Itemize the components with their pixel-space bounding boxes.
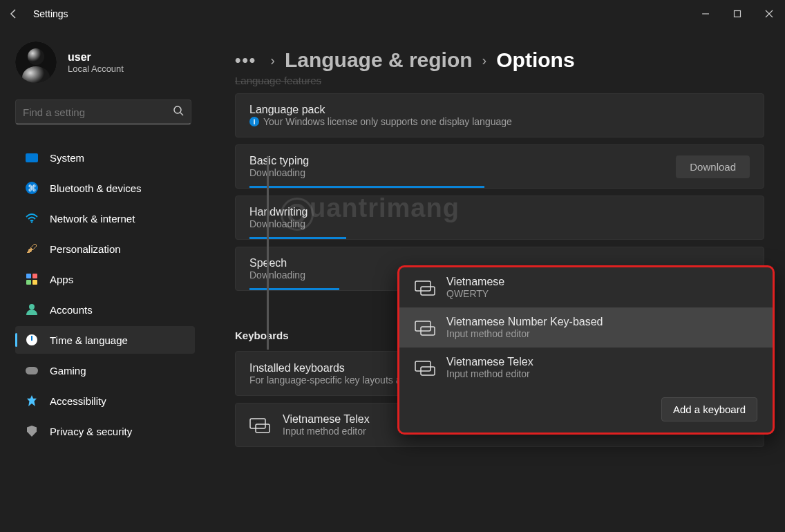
breadcrumb: ••• › Language & region › Options — [235, 48, 764, 72]
popup-item-title: Vietnamese Telex — [446, 356, 533, 368]
sidebar-item-personalization[interactable]: 🖌 Personalization — [15, 235, 195, 263]
clock-icon — [25, 333, 39, 347]
card-status: Downloading — [249, 167, 676, 178]
avatar — [15, 41, 57, 83]
chevron-right-icon: › — [482, 53, 487, 68]
sidebar-item-network[interactable]: Network & internet — [15, 205, 195, 232]
user-block[interactable]: user Local Account — [15, 41, 207, 83]
section-language-features: Language features — [235, 75, 764, 86]
card-note: Your Windows license only supports one d… — [263, 116, 512, 127]
user-subtitle: Local Account — [68, 64, 124, 74]
popup-item-vietnamese-number-key[interactable]: Vietnamese Number Key-based Input method… — [399, 307, 773, 348]
download-button[interactable]: Download — [676, 155, 750, 178]
popup-item-title: Vietnamese Number Key-based — [446, 316, 603, 328]
info-icon: i — [249, 117, 259, 126]
sidebar-item-gaming[interactable]: Gaming — [15, 357, 195, 384]
window-title: Settings — [33, 8, 68, 19]
svg-point-3 — [28, 48, 44, 65]
sidebar-item-accounts[interactable]: Accounts — [15, 296, 195, 323]
sidebar-item-accessibility[interactable]: Accessibility — [15, 387, 195, 415]
svg-point-7 — [31, 221, 32, 222]
search-box[interactable] — [15, 99, 191, 124]
sidebar-item-label: System — [50, 152, 84, 164]
card-language-pack[interactable]: Language pack i Your Windows license onl… — [235, 93, 764, 137]
svg-rect-17 — [415, 361, 431, 371]
brush-icon: 🖌 — [25, 242, 39, 256]
card-basic-typing[interactable]: Basic typing Downloading Download — [235, 144, 764, 189]
search-icon — [173, 105, 184, 119]
breadcrumb-parent[interactable]: Language & region — [285, 48, 473, 72]
system-icon — [25, 151, 39, 164]
search-input[interactable] — [23, 106, 173, 118]
sidebar-item-bluetooth[interactable]: ⌘ Bluetooth & devices — [15, 174, 195, 202]
window-controls — [690, 0, 785, 28]
popup-item-subtitle: Input method editor — [446, 328, 603, 339]
chevron-right-icon: › — [270, 53, 275, 68]
sidebar-item-label: Gaming — [50, 365, 86, 377]
keyboard-icon — [415, 279, 435, 296]
svg-point-10 — [252, 421, 253, 422]
progress-bar — [249, 288, 339, 290]
svg-rect-15 — [415, 321, 431, 331]
card-status: Downloading — [249, 218, 750, 229]
popup-item-vietnamese-qwerty[interactable]: Vietnamese QWERTY — [399, 267, 773, 307]
gamepad-icon — [25, 363, 39, 377]
sidebar-item-label: Accounts — [50, 304, 93, 316]
popup-add-keyboard-button[interactable]: Add a keyboard — [661, 397, 757, 421]
close-button[interactable] — [753, 0, 785, 28]
nav: System ⌘ Bluetooth & devices Network & i… — [15, 144, 207, 445]
add-keyboard-popup: Vietnamese QWERTY Vietnamese Number Key-… — [397, 265, 775, 435]
svg-rect-8 — [250, 419, 265, 428]
sidebar-item-label: Time & language — [50, 334, 128, 346]
svg-point-11 — [255, 421, 256, 422]
sidebar: user Local Account System ⌘ Bluetooth & … — [0, 28, 207, 532]
progress-bar — [249, 237, 346, 239]
sidebar-item-apps[interactable]: Apps — [15, 265, 195, 293]
card-title: Language pack — [249, 104, 750, 116]
card-title: Handwriting — [249, 206, 750, 218]
breadcrumb-overflow[interactable]: ••• — [235, 50, 256, 70]
bluetooth-icon: ⌘ — [25, 181, 39, 195]
popup-item-subtitle: Input method editor — [446, 368, 533, 379]
keyboard-icon — [415, 319, 435, 336]
account-icon — [25, 303, 39, 316]
popup-item-subtitle: QWERTY — [446, 288, 504, 299]
sidebar-item-label: Accessibility — [50, 395, 106, 407]
sidebar-item-label: Network & internet — [50, 213, 135, 225]
breadcrumb-current: Options — [496, 48, 574, 72]
sidebar-item-time-language[interactable]: Time & language — [15, 326, 195, 354]
popup-item-vietnamese-telex[interactable]: Vietnamese Telex Input method editor — [399, 348, 773, 388]
sidebar-item-label: Privacy & security — [50, 426, 132, 437]
wifi-icon — [25, 211, 39, 225]
pane-divider-scrollbar[interactable] — [267, 156, 269, 350]
keyboard-icon — [415, 359, 435, 376]
svg-point-5 — [174, 106, 181, 113]
shield-icon — [25, 424, 39, 438]
svg-rect-1 — [735, 11, 741, 17]
sidebar-item-label: Bluetooth & devices — [50, 182, 142, 194]
card-title: Basic typing — [249, 155, 676, 167]
svg-point-12 — [258, 421, 258, 422]
sidebar-item-system[interactable]: System — [15, 144, 195, 171]
progress-bar — [249, 186, 484, 188]
popup-item-title: Vietnamese — [446, 276, 504, 288]
svg-rect-13 — [415, 281, 431, 291]
svg-line-6 — [180, 113, 183, 115]
sidebar-item-label: Personalization — [50, 243, 121, 255]
accessibility-icon — [25, 394, 39, 408]
maximize-button[interactable] — [721, 0, 753, 28]
sidebar-item-label: Apps — [50, 274, 73, 285]
user-name: user — [68, 51, 124, 64]
apps-icon — [25, 272, 39, 286]
minimize-button[interactable] — [690, 0, 721, 28]
back-button[interactable] — [0, 8, 28, 19]
card-handwriting[interactable]: Handwriting Downloading — [235, 196, 764, 240]
keyboard-icon — [249, 417, 270, 433]
titlebar: Settings — [0, 0, 785, 28]
sidebar-item-privacy[interactable]: Privacy & security — [15, 417, 195, 445]
